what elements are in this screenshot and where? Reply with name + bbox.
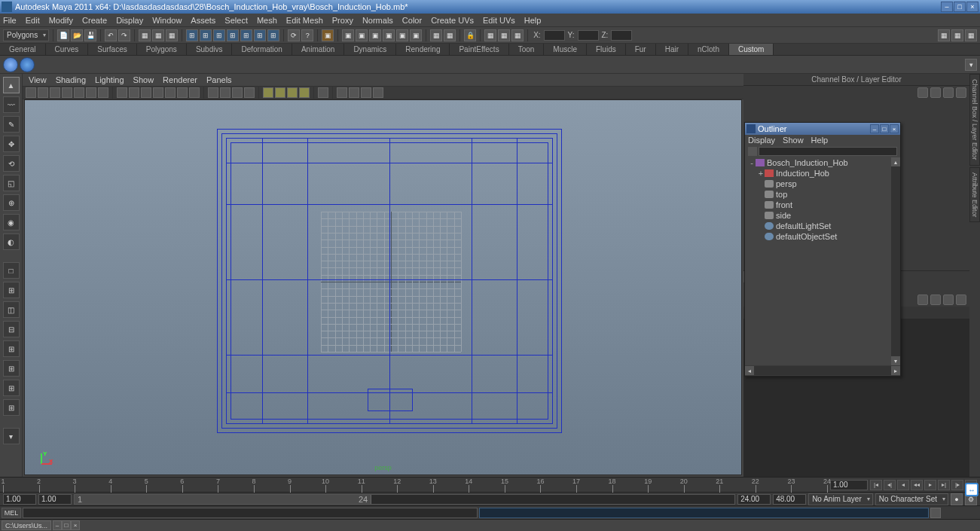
quick-select-icon[interactable]: ▦ bbox=[444, 29, 456, 41]
go-to-start-button[interactable]: |◂ bbox=[870, 480, 882, 490]
shelf-tab-painteffects[interactable]: PaintEffects bbox=[450, 44, 508, 55]
layer-icon[interactable] bbox=[956, 294, 966, 305]
menu-set-dropdown[interactable]: Polygons bbox=[3, 29, 49, 41]
input-abs-icon[interactable]: ▦ bbox=[498, 29, 510, 41]
vp-icon[interactable] bbox=[153, 87, 163, 98]
scroll-right-icon[interactable]: ▸ bbox=[891, 366, 900, 375]
menu-help[interactable]: Help bbox=[524, 16, 542, 25]
vp-icon[interactable] bbox=[318, 87, 328, 98]
step-back-button[interactable]: ◂ bbox=[897, 480, 909, 490]
taskbar-item[interactable]: C:\Users\Us... bbox=[2, 520, 51, 530]
layout-custom[interactable]: ⊞ bbox=[3, 399, 20, 416]
shelf-tab-rendering[interactable]: Rendering bbox=[396, 44, 450, 55]
vp-icon[interactable] bbox=[117, 87, 127, 98]
teamviewer-icon[interactable]: ↔ bbox=[965, 483, 978, 496]
open-scene-icon[interactable]: 📂 bbox=[71, 29, 83, 41]
shelf-tab-surfaces[interactable]: Surfaces bbox=[88, 44, 136, 55]
layer-icon[interactable] bbox=[917, 294, 928, 305]
vp-menu-renderer[interactable]: Renderer bbox=[163, 75, 197, 84]
outliner-item[interactable]: top bbox=[745, 189, 900, 200]
vp-light-icon[interactable] bbox=[299, 87, 310, 98]
move-tool[interactable]: ✥ bbox=[3, 136, 20, 152]
menu-color[interactable]: Color bbox=[402, 16, 422, 25]
vp-menu-lighting[interactable]: Lighting bbox=[95, 75, 124, 84]
search-icon[interactable] bbox=[748, 147, 757, 156]
snap-grid-icon[interactable]: ⊞ bbox=[186, 29, 198, 41]
anim-end-field[interactable] bbox=[773, 494, 806, 505]
layout-hypershade[interactable]: ⊞ bbox=[3, 380, 20, 396]
layout-four[interactable]: ⊞ bbox=[3, 282, 20, 298]
snap-toggle-icon[interactable]: ⊞ bbox=[254, 29, 266, 41]
menu-edit-mesh[interactable]: Edit Mesh bbox=[286, 16, 323, 25]
outliner-minimize[interactable]: – bbox=[870, 124, 879, 133]
scroll-up-icon[interactable]: ▴ bbox=[891, 157, 900, 166]
expand-icon[interactable]: - bbox=[748, 158, 756, 167]
menu-assets[interactable]: Assets bbox=[191, 16, 215, 25]
outliner-maximize[interactable]: □ bbox=[880, 124, 889, 133]
history-icon[interactable]: ⟳ bbox=[288, 29, 300, 41]
side-tab-channelbox[interactable]: Channel Box / Layer Editor bbox=[969, 74, 980, 166]
channelbox-icon[interactable] bbox=[956, 87, 966, 98]
shelf-tab-curves[interactable]: Curves bbox=[46, 44, 89, 55]
vp-icon[interactable] bbox=[50, 87, 60, 98]
outliner-item[interactable]: defaultObjectSet bbox=[745, 231, 900, 242]
vp-light-icon[interactable] bbox=[287, 87, 298, 98]
menu-edit-uvs[interactable]: Edit UVs bbox=[483, 16, 515, 25]
vp-icon[interactable] bbox=[74, 87, 84, 98]
shelf-tab-general[interactable]: General bbox=[0, 44, 46, 55]
x-input[interactable] bbox=[544, 30, 565, 41]
snap-live-icon[interactable]: ⊞ bbox=[240, 29, 252, 41]
channelbox-icon[interactable] bbox=[943, 87, 954, 98]
menu-mesh[interactable]: Mesh bbox=[257, 16, 277, 25]
side-tab-attribute-editor[interactable]: Attribute Editor bbox=[969, 167, 980, 223]
close-button[interactable]: × bbox=[966, 2, 978, 12]
undo-icon[interactable]: ↶ bbox=[105, 29, 117, 41]
soft-mod-tool[interactable]: ◉ bbox=[3, 214, 20, 230]
shelf-tab-fur[interactable]: Fur bbox=[626, 44, 656, 55]
vp-icon[interactable] bbox=[373, 87, 383, 98]
outliner-item[interactable]: defaultLightSet bbox=[745, 221, 900, 231]
layout-icon-1[interactable]: ▦ bbox=[938, 29, 950, 41]
outliner-menu-show[interactable]: Show bbox=[783, 136, 804, 145]
outliner-item[interactable]: +Induction_Hob bbox=[745, 168, 900, 179]
range-handle[interactable]: 1 24 bbox=[75, 495, 371, 504]
vp-menu-panels[interactable]: Panels bbox=[206, 75, 232, 84]
vp-icon[interactable] bbox=[86, 87, 96, 98]
ipr-icon[interactable]: ▣ bbox=[342, 29, 354, 41]
outliner-vscroll[interactable]: ▴ ▾ bbox=[891, 157, 900, 365]
vp-icon[interactable] bbox=[62, 87, 72, 98]
shelf-tab-custom[interactable]: Custom bbox=[729, 44, 774, 55]
cmd-input[interactable] bbox=[23, 508, 478, 518]
shelf-tab-fluids[interactable]: Fluids bbox=[587, 44, 626, 55]
vp-icon[interactable] bbox=[98, 87, 108, 98]
layout-persp-outliner[interactable]: ⊞ bbox=[3, 360, 20, 377]
input-mode-icon[interactable]: ▦ bbox=[484, 29, 496, 41]
save-scene-icon[interactable]: 💾 bbox=[84, 29, 96, 41]
layout-icon-2[interactable]: ▦ bbox=[951, 29, 963, 41]
play-back-button[interactable]: ◂◂ bbox=[911, 480, 923, 490]
character-set-dropdown[interactable]: No Character Set bbox=[875, 493, 948, 505]
y-input[interactable] bbox=[578, 30, 599, 41]
layout-icon-3[interactable]: ▦ bbox=[965, 29, 977, 41]
vp-light-icon[interactable] bbox=[275, 87, 285, 98]
outliner-item[interactable]: persp bbox=[745, 179, 900, 189]
cmd-language-label[interactable]: MEL bbox=[2, 508, 21, 518]
auto-key-icon[interactable]: ● bbox=[951, 493, 963, 505]
maximize-button[interactable]: □ bbox=[954, 2, 966, 12]
select-object-icon[interactable]: ▦ bbox=[152, 29, 164, 41]
vp-icon[interactable] bbox=[177, 87, 188, 98]
time-slider[interactable]: 123456789101112131415161718192021222324 … bbox=[0, 477, 980, 492]
outliner-menu-help[interactable]: Help bbox=[811, 136, 829, 145]
snap-point-icon[interactable]: ⊞ bbox=[213, 29, 225, 41]
vp-light-icon[interactable] bbox=[263, 87, 273, 98]
shelf-icon-1[interactable] bbox=[3, 57, 18, 72]
outliner-search-input[interactable] bbox=[759, 147, 897, 156]
timeline-ruler[interactable]: 123456789101112131415161718192021222324 bbox=[3, 478, 827, 492]
outliner-hscroll[interactable]: ◂ ▸ bbox=[745, 365, 900, 376]
layout-two-side[interactable]: ◫ bbox=[3, 301, 20, 318]
shelf-tab-deformation[interactable]: Deformation bbox=[232, 44, 292, 55]
scale-tool[interactable]: ◱ bbox=[3, 175, 20, 191]
vp-icon[interactable] bbox=[220, 87, 230, 98]
paint-select-tool[interactable]: ✎ bbox=[3, 116, 20, 133]
shelf-tab-muscle[interactable]: Muscle bbox=[544, 44, 587, 55]
